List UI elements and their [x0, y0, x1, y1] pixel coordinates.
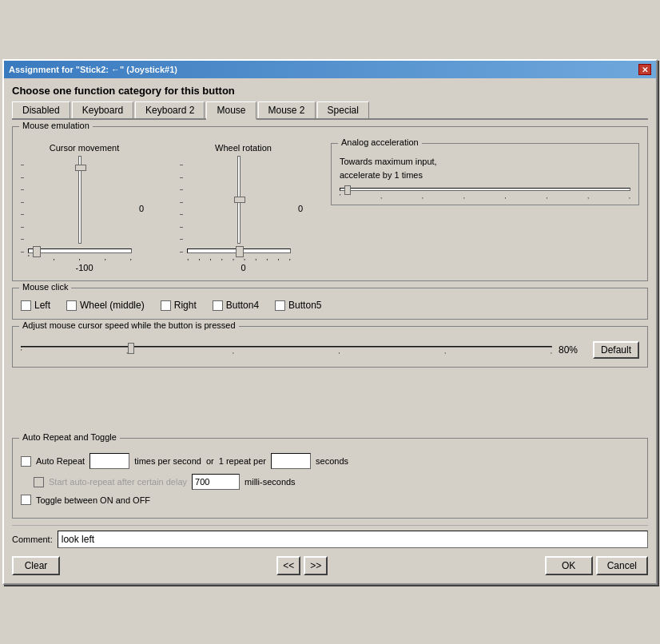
main-title: Choose one function category for this bu…	[12, 85, 648, 97]
cursor-movement-thumb[interactable]	[75, 165, 86, 171]
checkbox-right: Right	[161, 300, 197, 311]
start-delay-checkbox[interactable]	[34, 477, 44, 487]
milli-seconds-label: milli-seconds	[245, 477, 296, 487]
tick: ,	[546, 193, 547, 200]
auto-repeat-group-label: Auto Repeat and Toggle	[19, 432, 120, 442]
tick: ,	[504, 193, 506, 200]
auto-repeat-row2: Start auto-repeat after certain delay 70…	[21, 474, 639, 490]
tab-disabled[interactable]: Disabled	[12, 101, 70, 118]
wheel-rotation-h-slider[interactable]	[187, 248, 291, 253]
speed-slider[interactable]	[21, 346, 552, 348]
toggle-checkbox[interactable]	[21, 495, 31, 505]
tick	[180, 202, 184, 203]
speed-adjustment-group: Adjust mouse cursor speed while the butt…	[12, 326, 648, 368]
next-button[interactable]: >>	[304, 556, 328, 575]
tick: ,	[587, 193, 589, 200]
checkbox-button4: Button4	[213, 300, 259, 311]
tick: ,	[221, 253, 223, 261]
speed-slider-wrapper: ' , , , , ,	[21, 346, 552, 355]
mouse-click-group: Mouse click Left Wheel (middle) Right Bu…	[12, 288, 648, 320]
mouse-emulation-label: Mouse emulation	[19, 121, 93, 130]
tick: ,	[233, 348, 234, 355]
tab-bar: Disabled Keyboard Keyboard 2 Mouse Mouse…	[12, 101, 648, 120]
tick	[21, 239, 25, 240]
wheel-rotation-thumb[interactable]	[234, 197, 245, 203]
window-body: Choose one function category for this bu…	[4, 78, 656, 583]
cursor-movement-value: -100	[75, 263, 93, 272]
tab-mouse[interactable]: Mouse	[206, 101, 256, 120]
tick	[180, 252, 184, 252]
analog-thumb[interactable]	[344, 185, 351, 195]
tick: ,	[78, 253, 81, 261]
button4-checkbox[interactable]	[213, 300, 223, 311]
wheel-ticks-left	[180, 165, 184, 252]
tab-keyboard2[interactable]: Keyboard 2	[135, 101, 205, 118]
analog-line1: Towards maximum input,	[340, 157, 437, 166]
tab-keyboard[interactable]: Keyboard	[72, 101, 133, 118]
tick: '	[340, 193, 341, 200]
cursor-movement-h-slider[interactable]	[28, 248, 132, 253]
times-per-second-input[interactable]	[89, 453, 129, 469]
ok-button[interactable]: OK	[545, 556, 593, 575]
cursor-h-thumb[interactable]	[33, 246, 41, 257]
tick	[21, 252, 25, 252]
auto-repeat-row3: Toggle between ON and OFF	[21, 495, 639, 505]
main-window: Assignment for "Stick2: ←" (Joystick#1) …	[2, 59, 658, 585]
cursor-movement-slider-area: ' , , , , 0	[21, 156, 148, 261]
left-checkbox[interactable]	[21, 300, 31, 311]
cancel-button[interactable]: Cancel	[596, 556, 648, 575]
comment-input[interactable]	[58, 531, 648, 548]
right-checkbox[interactable]	[161, 300, 171, 311]
wheel-v-value: 0	[294, 204, 307, 213]
button5-checkbox[interactable]	[275, 300, 285, 311]
prev-button[interactable]: <<	[276, 556, 300, 575]
tick: ,	[338, 348, 340, 355]
wheel-checkbox[interactable]	[66, 300, 77, 311]
auto-repeat-checkbox[interactable]	[21, 456, 31, 467]
tab-special[interactable]: Special	[317, 101, 369, 118]
mouse-click-label: Mouse click	[19, 282, 71, 292]
wheel-rotation-group: Wheel rotation	[180, 143, 307, 272]
speed-ticks: ' , , , , ,	[21, 348, 552, 355]
tick: ,	[209, 253, 212, 261]
bottom-buttons: Clear << >> OK Cancel	[12, 553, 648, 575]
speed-content: ' , , , , , 80% Default	[21, 335, 639, 359]
seconds-label: seconds	[316, 456, 348, 466]
cursor-movement-label: Cursor movement	[50, 143, 119, 153]
clear-button[interactable]: Clear	[12, 556, 60, 575]
tick	[180, 227, 184, 228]
analog-ticks: ' , , , , , , ,	[340, 193, 630, 200]
analog-acceleration-box: Analog acceleration Towards maximum inpu…	[331, 143, 639, 205]
analog-line2: accelerate by 1 times	[340, 170, 423, 180]
cursor-v-value: 0	[135, 204, 148, 213]
delay-input[interactable]: 700	[192, 474, 240, 490]
default-button[interactable]: Default	[593, 341, 639, 359]
cursor-movement-track[interactable]	[78, 156, 82, 244]
tick: ,	[104, 253, 106, 261]
analog-acceleration-wrapper: Analog acceleration Towards maximum inpu…	[331, 143, 639, 205]
auto-repeat-group: Auto Repeat and Toggle Auto Repeat times…	[12, 438, 648, 519]
seconds-input[interactable]	[271, 453, 311, 469]
tick: ,	[422, 193, 423, 200]
toggle-label: Toggle between ON and OFF	[36, 495, 150, 505]
tick	[21, 189, 25, 190]
comment-label: Comment:	[12, 535, 53, 544]
wheel-rotation-track[interactable]	[237, 156, 241, 244]
empty-area	[12, 374, 648, 438]
tick	[21, 165, 25, 165]
tick	[180, 165, 184, 165]
tick: ,	[255, 253, 257, 261]
tick: ,	[288, 253, 291, 261]
auto-repeat-row1: Auto Repeat times per second or 1 repeat…	[21, 453, 639, 469]
tick	[21, 202, 25, 203]
close-button[interactable]: ✕	[638, 64, 651, 75]
tick: '	[21, 348, 22, 355]
wheel-h-thumb[interactable]	[236, 246, 244, 257]
tab-mouse2[interactable]: Mouse 2	[258, 101, 316, 118]
auto-repeat-content: Auto Repeat times per second or 1 repeat…	[21, 447, 639, 505]
speed-thumb[interactable]	[128, 343, 134, 354]
speed-percent: 80%	[559, 344, 586, 356]
wheel-label: Wheel (middle)	[80, 300, 145, 311]
wheel-rotation-label: Wheel rotation	[215, 143, 272, 153]
analog-slider[interactable]	[340, 188, 630, 191]
